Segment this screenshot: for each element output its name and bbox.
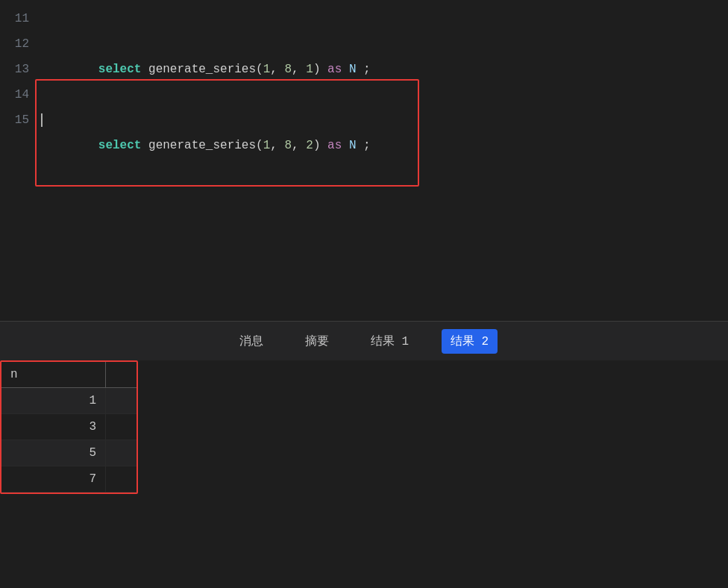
line-number-13: 13 (0, 57, 41, 82)
table-cell-7: 7 (1, 466, 106, 492)
tab-result-1[interactable]: 结果 1 (362, 329, 418, 354)
table-cell-3: 3 (1, 414, 106, 440)
code-line-12: 12 select generate_series(1, 8, 1) as N … (0, 31, 728, 57)
tab-messages[interactable]: 消息 (230, 329, 272, 354)
table-header: n (1, 362, 136, 388)
line-number-15: 15 (0, 107, 41, 133)
table-row: 7 (1, 466, 136, 492)
line-number-11: 11 (0, 6, 41, 31)
result-table: n 1 3 5 7 (0, 360, 138, 494)
fn-generate-12: generate_series( (141, 63, 263, 76)
editor-area[interactable]: 11 12 select generate_series(1, 8, 1) as… (0, 0, 728, 321)
results-area: n 1 3 5 7 (0, 360, 728, 494)
keyword-select-12: select (98, 63, 142, 76)
table-row: 1 (1, 388, 136, 414)
tabs-bar: 消息 摘要 结果 1 结果 2 (0, 322, 728, 360)
alias-n-12: N (342, 63, 363, 76)
keyword-as-12: as (327, 63, 342, 76)
num-step-12: 1 (306, 63, 313, 76)
line-number-14: 14 (0, 82, 41, 107)
fn-generate-14: generate_series( (141, 139, 263, 152)
tab-result-2[interactable]: 结果 2 (442, 329, 498, 354)
num-8-14: 8 (284, 139, 292, 152)
num-step-14: 2 (306, 139, 313, 152)
keyword-as-14: as (327, 139, 342, 152)
code-line-14: 14 select generate_series(1, 8, 2) as N … (0, 82, 728, 107)
line-content-14: select generate_series(1, 8, 2) as N ; (41, 82, 728, 184)
column-header-n: n (1, 362, 106, 387)
tab-summary[interactable]: 摘要 (296, 329, 338, 354)
table-row: 5 (1, 440, 136, 466)
alias-n-14: N (342, 139, 363, 152)
line-number-12: 12 (0, 31, 41, 57)
table-body: 1 3 5 7 (1, 388, 136, 492)
editor: 11 12 select generate_series(1, 8, 1) as… (0, 0, 728, 494)
highlight-box-14 (35, 79, 419, 187)
table-cell-1: 1 (1, 388, 106, 413)
code-line-11: 11 (0, 6, 728, 31)
num-1-12: 1 (263, 63, 271, 76)
table-row: 3 (1, 414, 136, 440)
num-1-14: 1 (263, 139, 271, 152)
table-cell-5: 5 (1, 440, 106, 466)
keyword-select-14: select (98, 139, 142, 152)
num-8-12: 8 (284, 63, 292, 76)
